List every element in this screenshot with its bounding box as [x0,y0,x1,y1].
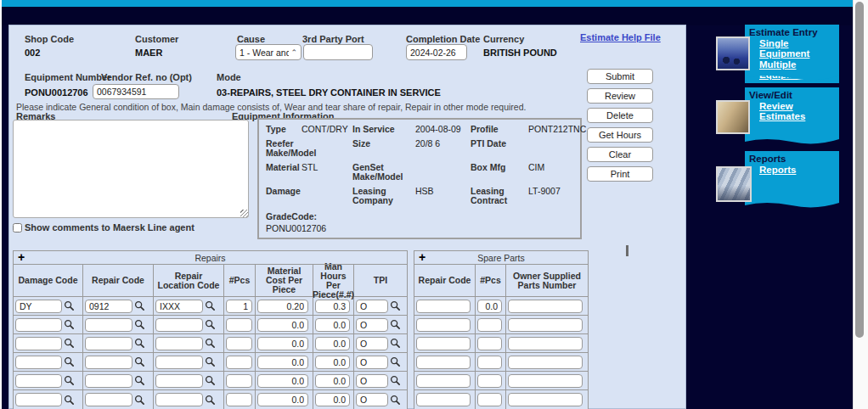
spare-pcs-input[interactable] [477,337,502,350]
tpi-input[interactable] [356,356,388,369]
show-comments-checkbox[interactable] [13,223,22,233]
lookup-magnifier-icon[interactable] [205,338,216,349]
material-cost-input[interactable] [257,393,308,406]
lookup-magnifier-icon[interactable] [390,319,401,330]
lookup-magnifier-icon[interactable] [390,338,401,349]
cause-select[interactable]: 1 - Wear and ⌃ [235,44,302,60]
single-equipment-link[interactable]: Single Equipment [759,38,835,59]
man-hours-input[interactable] [315,337,350,350]
pcs-input[interactable] [226,374,252,388]
owner-supplied-parts-number-input[interactable] [508,337,583,350]
review-estimates-link[interactable]: Review Estimates [759,101,835,121]
spare-repair-code-input[interactable] [416,356,471,369]
lookup-magnifier-icon[interactable] [390,356,401,367]
submit-button[interactable]: Submit [587,69,653,84]
owner-supplied-parts-number-input[interactable] [508,393,583,406]
man-hours-input[interactable] [315,300,350,313]
tpi-input[interactable] [356,337,388,350]
material-cost-input[interactable] [257,356,308,369]
repair-location-code-input[interactable] [155,337,203,350]
repair-location-code-input[interactable] [155,393,203,406]
spare-pcs-input[interactable] [477,300,502,313]
add-spare-part-row-button[interactable]: + [419,251,426,263]
spare-repair-code-input[interactable] [416,300,471,313]
pcs-input[interactable] [226,393,252,406]
estimate-help-file-link[interactable]: Estimate Help File [580,32,661,42]
pcs-input[interactable] [226,300,252,313]
pcs-input[interactable] [226,318,252,332]
print-button[interactable]: Print [587,166,653,182]
pcs-input[interactable] [226,356,252,369]
repair-location-code-input[interactable] [155,374,203,388]
lookup-magnifier-icon[interactable] [390,395,401,406]
tpi-input[interactable] [356,300,388,313]
add-repair-row-button[interactable]: + [18,251,25,263]
repair-location-code-input[interactable] [155,318,203,332]
completion-date-input[interactable] [406,44,467,60]
lookup-magnifier-icon[interactable] [134,395,145,406]
lookup-magnifier-icon[interactable] [134,300,145,311]
lookup-magnifier-icon[interactable] [134,319,145,330]
spare-repair-code-input[interactable] [416,318,471,332]
damage-code-input[interactable] [15,300,62,313]
repair-code-input[interactable] [85,318,132,332]
tpi-input[interactable] [356,318,388,332]
owner-supplied-parts-number-input[interactable] [508,356,583,369]
lookup-magnifier-icon[interactable] [134,338,145,349]
man-hours-input[interactable] [315,356,350,369]
lookup-magnifier-icon[interactable] [134,375,145,386]
lookup-magnifier-icon[interactable] [64,338,75,349]
repair-location-code-input[interactable] [155,356,203,369]
tpi-input[interactable] [356,374,388,388]
lookup-magnifier-icon[interactable] [64,395,75,406]
tpi-input[interactable] [356,393,388,406]
repair-code-input[interactable] [85,393,132,406]
man-hours-input[interactable] [315,393,350,406]
spare-pcs-input[interactable] [477,393,502,406]
get-hours-button[interactable]: Get Hours [587,127,653,143]
resize-grip-icon[interactable] [240,210,248,217]
spare-repair-code-input[interactable] [416,374,471,388]
delete-button[interactable]: Delete [587,108,653,123]
lookup-magnifier-icon[interactable] [64,319,75,330]
repair-code-input[interactable] [85,356,132,369]
reports-link[interactable]: Reports [759,165,835,175]
lookup-magnifier-icon[interactable] [134,356,145,367]
third-party-port-input[interactable] [303,44,373,60]
vendor-ref-input[interactable] [93,84,179,99]
damage-code-input[interactable] [15,356,62,369]
damage-code-input[interactable] [15,374,62,388]
pcs-input[interactable] [226,337,252,350]
material-cost-input[interactable] [257,337,308,350]
review-button[interactable]: Review [587,88,653,104]
man-hours-input[interactable] [315,374,350,388]
owner-supplied-parts-number-input[interactable] [508,300,583,313]
material-cost-input[interactable] [257,318,308,332]
lookup-magnifier-icon[interactable] [390,300,401,311]
lookup-magnifier-icon[interactable] [64,375,75,386]
lookup-magnifier-icon[interactable] [205,319,216,330]
man-hours-input[interactable] [315,318,350,332]
remarks-textarea[interactable] [13,120,249,218]
damage-code-input[interactable] [15,318,62,332]
lookup-magnifier-icon[interactable] [64,356,75,367]
spare-pcs-input[interactable] [477,356,502,369]
lookup-magnifier-icon[interactable] [205,300,216,311]
spare-repair-code-input[interactable] [416,393,471,406]
spare-pcs-input[interactable] [477,318,502,332]
spare-repair-code-input[interactable] [416,337,471,350]
repair-location-code-input[interactable] [155,300,203,313]
damage-code-input[interactable] [15,337,62,350]
clear-button[interactable]: Clear [587,147,653,162]
lookup-magnifier-icon[interactable] [390,375,401,386]
damage-code-input[interactable] [15,393,62,406]
lookup-magnifier-icon[interactable] [205,395,216,406]
lookup-magnifier-icon[interactable] [205,375,216,386]
spare-pcs-input[interactable] [477,374,502,388]
owner-supplied-parts-number-input[interactable] [508,318,583,332]
lookup-magnifier-icon[interactable] [205,356,216,367]
material-cost-input[interactable] [257,374,308,388]
scrollbar-thumb[interactable] [855,2,864,338]
repair-code-input[interactable] [85,374,132,388]
repair-code-input[interactable] [85,300,132,313]
